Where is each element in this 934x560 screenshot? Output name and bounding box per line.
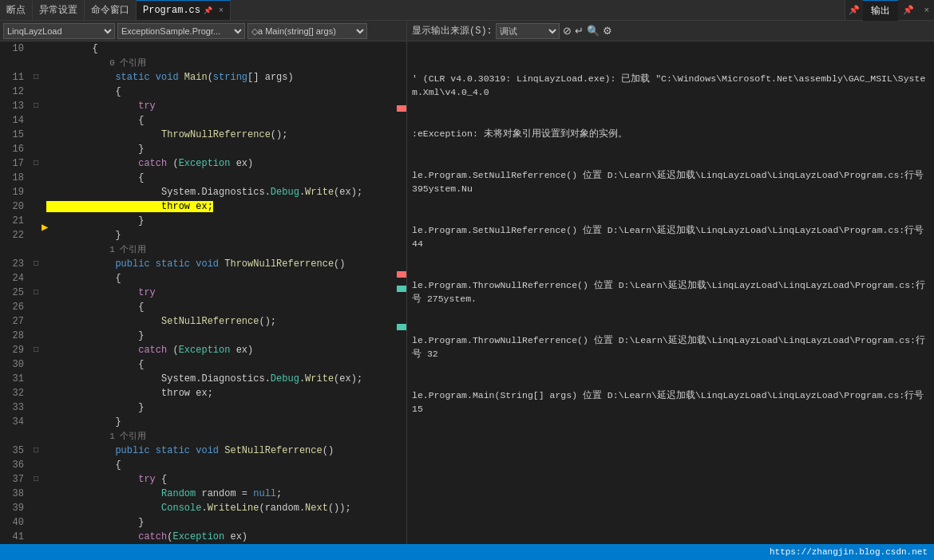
namespace-dropdown[interactable]: LinqLayzLoad — [3, 23, 115, 39]
tab-command-label: 命令窗口 — [91, 3, 129, 17]
word-wrap-button[interactable]: ↵ — [575, 25, 584, 37]
error-indicator-1 — [397, 105, 406, 112]
output-content[interactable]: ' (CLR v4.0.30319: LinqLayzLoad.exe): 已加… — [407, 41, 934, 544]
line-numbers: 10 11 12 13 14 15 16 17 18 19 20 21 22 2… — [0, 41, 29, 544]
collapse-indicators: □ □ □ □ □ □ □ □ □ — [29, 41, 43, 544]
tab-bar: 断点 异常设置 命令窗口 Program.cs 📌 × 📌 输出 📌 × — [0, 0, 934, 21]
tab-output[interactable]: 输出 — [863, 0, 898, 21]
find-button[interactable]: 🔍 — [587, 25, 600, 37]
tab-breakpoints[interactable]: 断点 — [0, 0, 33, 20]
tab-program-label: Program.cs — [143, 5, 200, 16]
status-bar: https://zhangjin.blog.csdn.net — [0, 544, 934, 560]
output-line-4: le.Program.SetNullReferrence() 位置 D:\Lea… — [412, 223, 929, 250]
main-area: 10 11 12 13 14 15 16 17 18 19 20 21 22 2… — [0, 41, 934, 544]
class-dropdown[interactable]: ExceptionSample.Progr... — [117, 23, 245, 39]
tab-exception-settings[interactable]: 异常设置 — [33, 0, 85, 20]
error-indicator-2 — [397, 271, 406, 278]
clear-output-button[interactable]: ⊘ — [563, 25, 572, 37]
code-editor: 10 11 12 13 14 15 16 17 18 19 20 21 22 2… — [0, 41, 406, 544]
output-panel: ' (CLR v4.0.30319: LinqLayzLoad.exe): 已加… — [407, 41, 934, 544]
tab-breakpoints-label: 断点 — [6, 3, 26, 17]
output-source-label: 显示输出来源(S): — [412, 24, 493, 37]
output-line-7: le.Program.Main(String[] args) 位置 D:\Lea… — [412, 388, 929, 416]
left-tabs: 断点 异常设置 命令窗口 Program.cs 📌 × — [0, 0, 845, 20]
code-content[interactable]: { 0 个引用 static void Main(string[] args) … — [43, 41, 397, 544]
code-panel: 10 11 12 13 14 15 16 17 18 19 20 21 22 2… — [0, 41, 407, 544]
tab-pin-icon: 📌 — [204, 6, 212, 15]
settings-button[interactable]: ⚙ — [603, 25, 612, 37]
output-source-dropdown[interactable]: 调试 — [496, 23, 560, 39]
tab-close-button[interactable]: × — [219, 6, 224, 15]
output-close-x[interactable]: × — [919, 6, 934, 15]
output-line-1: ' (CLR v4.0.30319: LinqLayzLoad.exe): 已加… — [412, 72, 929, 99]
method-dropdown[interactable]: ◇a Main(string[] args) — [247, 23, 367, 39]
tab-command-window[interactable]: 命令窗口 — [85, 0, 137, 20]
output-close-button[interactable]: 📌 — [898, 5, 919, 15]
info-indicator-2 — [397, 324, 406, 330]
pin-icon: 📌 — [849, 5, 860, 15]
right-scroll-indicators — [397, 41, 406, 544]
output-line-3: le.Program.SetNullReferrence() 位置 D:\Lea… — [412, 168, 929, 195]
tab-exception-label: 异常设置 — [39, 3, 77, 17]
output-line-5: le.Program.ThrowNullReferrence() 位置 D:\L… — [412, 278, 929, 306]
info-indicator-1 — [397, 286, 406, 292]
editor-toolbar: LinqLayzLoad ExceptionSample.Progr... ◇a… — [0, 21, 934, 41]
output-line-2: :eException: 未将对象引用设置到对象的实例。 — [412, 127, 929, 140]
status-url: https://zhangjin.blog.csdn.net — [770, 547, 928, 557]
output-line-6: le.Program.ThrowNullReferrence() 位置 D:\L… — [412, 333, 929, 361]
tab-program-cs[interactable]: Program.cs 📌 × — [137, 0, 231, 20]
